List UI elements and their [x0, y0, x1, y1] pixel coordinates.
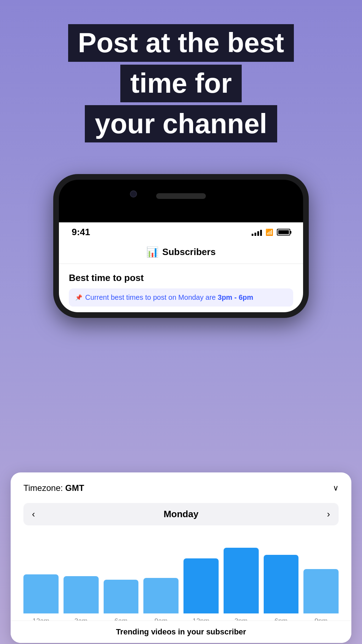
wifi-icon: 📶: [265, 228, 273, 236]
bar-6pm: [264, 555, 299, 613]
status-time: 9:41: [72, 227, 90, 238]
prev-day-button[interactable]: ‹: [32, 509, 35, 520]
bar-9am: [143, 578, 179, 613]
best-time-badge: 📌 Current best times to post on Monday a…: [69, 288, 293, 307]
phone-screen: 9:41 📶 📊 Subscribers: [59, 222, 303, 312]
app-logo-icon: 📊: [146, 246, 159, 258]
bar-chart: 12am3am6am9am12pm3pm6pm9pm: [23, 535, 339, 625]
phone-speaker: [156, 193, 206, 199]
day-label: Monday: [164, 509, 198, 520]
bar-9pm: [303, 569, 339, 613]
day-navigator: ‹ Monday ›: [23, 503, 339, 525]
best-time-section: Best time to post 📌 Current best times t…: [59, 264, 303, 312]
best-time-badge-text: Current best times to post on Monday are…: [85, 293, 253, 302]
status-icons: 📶: [252, 228, 290, 236]
hero-line-1: Post at the best: [68, 24, 294, 62]
chart-card: Timezone: GMT ∨ ‹ Monday › 12am3am6am9am…: [11, 472, 351, 643]
trending-text: Trending videos in your subscriber: [116, 627, 246, 636]
bar-group-12am: [23, 574, 59, 613]
signal-icon: [252, 229, 262, 236]
bar-12am: [23, 574, 59, 613]
bar-group-6pm: [264, 555, 299, 613]
bar-group-9pm: [303, 569, 339, 613]
battery-icon: [277, 229, 290, 236]
bar-3am: [64, 576, 99, 613]
chart-bars: [23, 535, 339, 613]
phone-mockup: 9:41 📶 📊 Subscribers: [53, 174, 309, 318]
next-day-button[interactable]: ›: [327, 509, 330, 520]
hero-section: Post at the best time for your channel: [0, 24, 362, 145]
bar-group-12pm: [183, 558, 219, 613]
bar-3pm: [224, 548, 259, 613]
timezone-row[interactable]: Timezone: GMT ∨: [23, 483, 339, 493]
timezone-chevron-icon[interactable]: ∨: [333, 483, 339, 493]
timezone-value: GMT: [65, 483, 84, 493]
bar-group-3pm: [224, 548, 259, 613]
best-time-highlight: 3pm - 6pm: [218, 293, 253, 301]
phone-notch: [59, 180, 303, 222]
pin-icon: 📌: [75, 294, 82, 301]
bar-group-9am: [143, 578, 179, 613]
trending-bar: Trending videos in your subscriber: [11, 621, 351, 643]
best-time-title: Best time to post: [69, 272, 293, 283]
hero-line-2: time for: [120, 65, 242, 102]
status-bar: 9:41 📶: [59, 222, 303, 240]
bar-group-6am: [104, 580, 139, 613]
bar-6am: [104, 580, 139, 613]
phone-camera: [130, 190, 137, 197]
timezone-label: Timezone: GMT: [23, 483, 84, 493]
phone-outer: 9:41 📶 📊 Subscribers: [53, 174, 309, 318]
hero-line-3: your channel: [85, 105, 277, 143]
app-header: 📊 Subscribers: [59, 240, 303, 264]
bar-12pm: [183, 558, 219, 613]
app-header-title: Subscribers: [162, 247, 215, 258]
bar-group-3am: [64, 576, 99, 613]
